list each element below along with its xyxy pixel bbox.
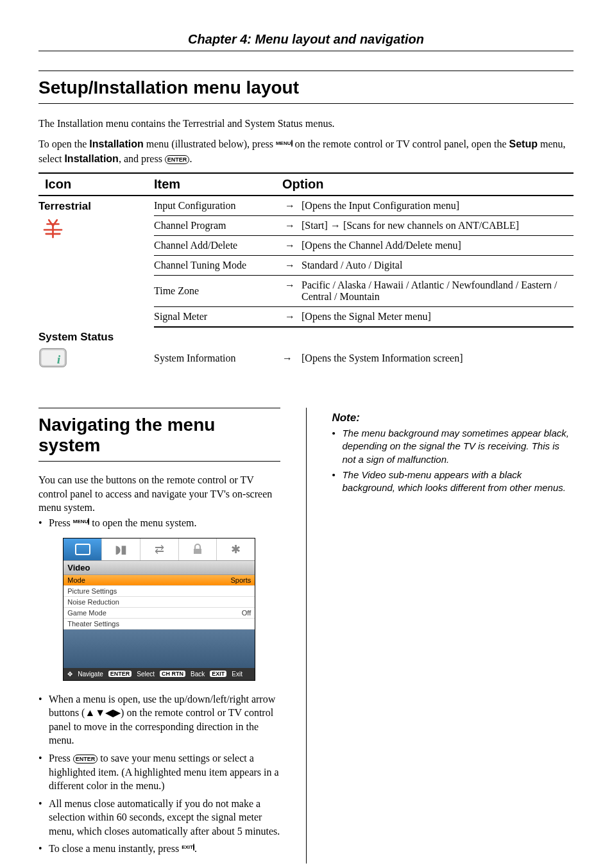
menu-screenshot: ◗▮ ⇄ ✱ Video ModeSports Picture Settings… (63, 538, 255, 681)
text: . (194, 843, 197, 854)
chapter-divider (38, 51, 574, 51)
menu-row: Picture Settings (64, 586, 255, 597)
circle-icon (291, 140, 293, 147)
section-title-navigating: Navigating the menu system (38, 408, 280, 462)
svg-rect-4 (194, 549, 201, 554)
option-cell: [Opens the Signal Meter menu] (302, 307, 574, 328)
intro-installation: Installation (89, 138, 143, 149)
menu-spacer (64, 630, 255, 668)
category-terrestrial: Terrestrial (38, 196, 154, 327)
left-column: Navigating the menu system You can use t… (38, 408, 280, 864)
option-cell: Pacific / Alaska / Hawaii / Atlantic / N… (302, 276, 574, 307)
menu-row-label: Noise Reduction (67, 598, 212, 606)
option-cell: [Start] → [Scans for new channels on ANT… (302, 216, 574, 236)
column-divider (306, 408, 307, 864)
period: . (189, 153, 192, 164)
text: to open the menu system. (89, 517, 196, 528)
text: Press (49, 753, 73, 764)
setup-table: Icon Item Option Terrestrial Input Confi… (38, 172, 574, 388)
menu-tab-setup-icon: ✱ (217, 538, 255, 560)
intro-installation2: Installation (64, 153, 118, 164)
table-header-row: Icon Item Option (38, 173, 574, 196)
menu-button-icon: MENU (276, 140, 293, 147)
option-cell: [Opens the System Information screen] (302, 327, 574, 388)
header-item: Item (154, 173, 282, 196)
intro-setup: Setup (509, 138, 537, 149)
nav-bullet-1: Press MENU to open the menu system. (38, 516, 280, 530)
menu-row: ModeSports (64, 575, 255, 586)
menu-row-value (212, 587, 251, 595)
menu-tab-video-icon (64, 538, 102, 560)
svg-rect-3 (76, 544, 90, 555)
intro-text: To open the (38, 138, 89, 149)
nav-bullet-4: All menus close automatically if you do … (38, 797, 280, 839)
intro-text: on the remote control or TV control pane… (293, 138, 509, 149)
note-title: Note: (332, 412, 574, 424)
option-cell: Standard / Auto / Digital (302, 256, 574, 276)
nav-bullet-5: To close a menu instantly, press EXIT. (38, 842, 280, 856)
note-item-1: The menu background may sometimes appear… (332, 427, 574, 466)
menu-label: MENU (276, 140, 291, 146)
category-system-status: System Status i (38, 327, 154, 388)
arrow-cell: → (282, 236, 302, 256)
info-icon: i (38, 346, 67, 369)
circle-icon (193, 844, 194, 851)
menu-row-value: Off (212, 609, 251, 617)
menu-label: MENU (73, 519, 89, 524)
menu-category-label: Video (64, 560, 255, 575)
arrow-cell: → (282, 256, 302, 276)
footer-chrtn-badge: CH RTN (160, 671, 185, 677)
option-cell: [Opens the Input Configuration menu] (302, 196, 574, 216)
menu-row-value (212, 620, 251, 628)
menu-footer: ✥Navigate ENTERSelect CH RTNBack EXITExi… (64, 668, 255, 680)
antenna-icon (38, 215, 67, 238)
navigate-icon: ✥ (67, 671, 72, 678)
exit-label: EXIT (182, 844, 193, 850)
footer-exit: Exit (232, 671, 242, 678)
svg-text:i: i (57, 352, 61, 366)
enter-button-icon: ENTER (73, 755, 98, 764)
intro-line-2: To open the Installation menu (illustrat… (38, 137, 574, 166)
item-cell: Channel Tuning Mode (154, 256, 282, 276)
menu-row: Noise Reduction (64, 597, 255, 608)
footer-exit-badge: EXIT (210, 671, 226, 677)
exit-button-icon: EXIT (182, 844, 194, 851)
intro-text: menu (illustrated below), press (144, 138, 276, 149)
right-column: Note: The menu background may sometimes … (332, 408, 574, 864)
nav-bullet-2: When a menu is open, use the up/down/lef… (38, 692, 280, 747)
arrow-cell: → (282, 327, 302, 388)
footer-enter-badge: ENTER (108, 671, 132, 677)
note-item-2: The Video sub-menu appears with a black … (332, 469, 574, 495)
menu-row-value: Sports (212, 576, 251, 584)
intro-text: , and press (119, 153, 165, 164)
menu-tab-audio-icon: ◗▮ (102, 538, 140, 560)
nav-bullet-3: Press ENTER to save your menu settings o… (38, 751, 280, 793)
footer-back: Back (191, 671, 205, 678)
item-cell: Time Zone (154, 276, 282, 307)
menu-button-icon: MENU (73, 519, 90, 526)
option-cell: [Opens the Channel Add/Delete menu] (302, 236, 574, 256)
section-title-setup: Setup/Installation menu layout (38, 71, 574, 104)
table-row: Terrestrial Input Configuration → [Opens… (38, 196, 574, 216)
menu-row: Game ModeOff (64, 608, 255, 619)
chapter-header: Chapter 4: Menu layout and navigation (38, 32, 574, 47)
menu-row-label: Picture Settings (67, 587, 212, 595)
item-cell: Input Configuration (154, 196, 282, 216)
item-cell: System Information (154, 327, 282, 388)
menu-row: Theater Settings (64, 619, 255, 630)
menu-row-label: Theater Settings (67, 620, 212, 628)
footer-select: Select (137, 671, 155, 678)
svg-rect-1 (42, 350, 65, 365)
circle-icon (88, 518, 89, 525)
item-cell: Channel Program (154, 216, 282, 236)
menu-tab-icons: ◗▮ ⇄ ✱ (64, 538, 255, 560)
arrow-cell: → (282, 276, 302, 307)
footer-navigate: Navigate (78, 671, 103, 678)
header-option: Option (282, 173, 574, 196)
arrow-cell: → (282, 307, 302, 328)
menu-row-value (212, 598, 251, 606)
menu-tab-lock-icon (179, 538, 217, 560)
enter-button-icon: ENTER (165, 155, 190, 165)
menu-tab-preferences-icon: ⇄ (140, 538, 179, 560)
item-cell: Signal Meter (154, 307, 282, 328)
